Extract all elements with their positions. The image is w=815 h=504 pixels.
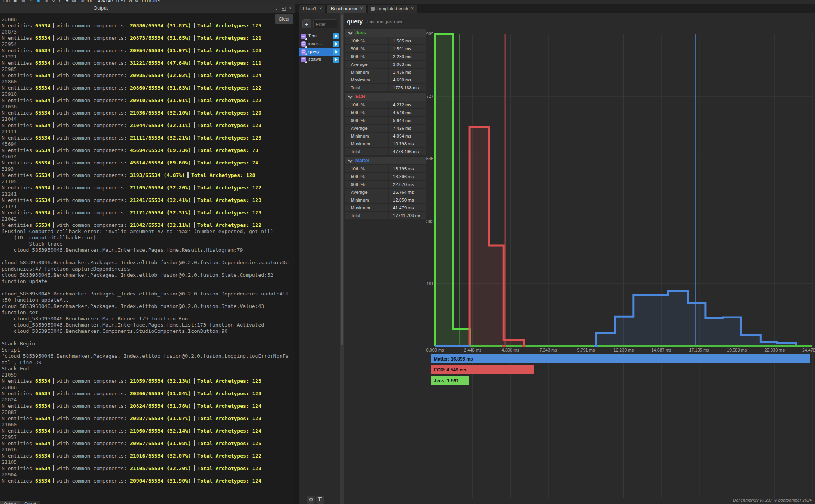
insert-icon[interactable]: ▤ (21, 0, 25, 3)
menu-model[interactable]: MODEL (81, 0, 96, 3)
separator-bar (194, 97, 195, 103)
menu-home[interactable]: HOME (66, 0, 78, 3)
last-run-label: Last run: just now (367, 19, 402, 24)
section-header-ecr[interactable]: ECR (345, 93, 426, 101)
stat-row: Total1726.163 ms (345, 84, 426, 91)
console-value: Total Archetypes: 123 (197, 391, 261, 396)
stat-label: Total (345, 148, 388, 155)
close-icon[interactable]: × (289, 5, 292, 11)
console-value: 65534 (35, 440, 50, 446)
console-value: 3193/65534 (4.87%) (130, 172, 185, 178)
console-line: 20910 (2, 91, 291, 97)
console-value: 65534 (35, 185, 50, 191)
separator-bar (53, 23, 54, 28)
script-icon (301, 57, 306, 62)
sidebar-scrollbar[interactable] (340, 13, 344, 504)
console-value: Total Archetypes: 123 (197, 416, 261, 421)
chevron-down-icon[interactable]: ⌄ (274, 5, 278, 11)
console-line: 21241 (2, 191, 291, 197)
console-line: N entities 65534with common components: … (2, 172, 291, 179)
tab-template-bench[interactable]: Template.bench× (368, 5, 417, 13)
dropdown-icon[interactable]: ▾ (59, 0, 60, 3)
close-icon[interactable]: × (360, 6, 363, 11)
sidebar-item-spawn[interactable]: spawn (299, 56, 340, 64)
console-value: 65534 (35, 378, 50, 384)
console-value: 20860/65534 (31.83%) (130, 85, 191, 91)
run-benchmark-button[interactable] (333, 41, 339, 47)
reset-icon[interactable]: ↻ (52, 0, 55, 3)
sidebar-item-query[interactable]: query (299, 48, 340, 56)
console-value: 21111/65534 (32.21%) (130, 135, 191, 141)
menu-avatar[interactable]: AVATAR (98, 0, 113, 3)
undo-icon[interactable]: ↶ (30, 0, 33, 3)
console-line: 20887 (2, 409, 291, 416)
console-value: 65534 (35, 60, 50, 66)
console-text: N entities (2, 222, 35, 228)
separator-bar (53, 378, 54, 384)
x-axis-label: 12.239 ms (614, 348, 634, 352)
separator-bar (194, 403, 195, 409)
console-line: 45694 (2, 141, 291, 147)
dock-icon[interactable]: ◱ (282, 5, 286, 11)
y-axis-label: 545 (426, 156, 433, 161)
console-log[interactable]: 20886N entities 65534with common compone… (0, 13, 295, 484)
console-value: 21036/65534 (32.10%) (130, 110, 191, 116)
stat-label: Minimum (345, 69, 388, 76)
sidebar-scrollbar-thumb[interactable] (341, 15, 343, 345)
console-text: with common components: (57, 378, 130, 384)
run-benchmark-button[interactable] (333, 33, 339, 39)
tab-place1[interactable]: Place1× (299, 5, 325, 13)
chevron-down-icon (348, 158, 352, 162)
console-line: 20904 (2, 472, 291, 478)
bottom-tab-output-1[interactable]: Output (20, 501, 40, 504)
menu-file[interactable]: FILE (3, 0, 12, 3)
bottom-dock-tabs: OutputOutput (0, 500, 41, 504)
section-header-matter[interactable]: Matter (345, 157, 426, 164)
y-axis-label: 181 (426, 281, 433, 286)
document-icon[interactable]: ▣ (13, 0, 17, 3)
console-line: 20866 (2, 384, 291, 391)
console-text: N entities (2, 48, 35, 53)
console-text: with common components: (57, 147, 130, 153)
console-line: N entities 65534with common components: … (2, 23, 291, 29)
console-line: 21111 (2, 129, 291, 135)
console-text: N entities (2, 160, 35, 166)
run-benchmark-button[interactable] (333, 57, 339, 63)
console-value: 65534 (35, 135, 50, 141)
console-value: 65534 (35, 147, 50, 153)
stop-icon[interactable]: ■ (45, 0, 48, 3)
console-line: 20985 (2, 66, 291, 73)
menu-plugins[interactable]: PLUGINS (142, 0, 160, 3)
menu-test[interactable]: TEST (115, 0, 126, 3)
play-icon[interactable]: ▶ (37, 0, 41, 3)
bottom-tab-output-0[interactable]: Output (0, 501, 20, 504)
book-icon (318, 497, 322, 502)
console-value: 65534 (35, 48, 50, 53)
console-error-line: cloud_5853950046.Benchmarker.Packages._I… (2, 272, 291, 285)
tab-benchmarker[interactable]: Benchmarker× (327, 5, 366, 13)
separator-bar (194, 378, 195, 384)
run-benchmark-button[interactable] (333, 49, 339, 55)
stat-value: 2.230 ms (389, 53, 426, 60)
console-text: N entities (2, 135, 35, 141)
docs-button[interactable] (316, 496, 324, 504)
console-text: with common components: (57, 60, 130, 66)
sidebar-item-inser[interactable]: inser… (299, 40, 340, 48)
stat-value: 5.644 ms (389, 117, 426, 124)
filter-input[interactable] (313, 19, 337, 28)
console-text: N entities (2, 73, 35, 78)
section-header-jecs[interactable]: Jecs (345, 29, 426, 37)
sidebar-item-Tem[interactable]: Tem… (299, 32, 340, 40)
console-error-line: ---- Stack trace ---- (2, 241, 291, 247)
stats-sections: Jecs10th %1.505 ms50th %1.591 ms90th %2.… (345, 29, 426, 219)
close-icon[interactable]: × (319, 6, 322, 11)
settings-button[interactable]: ⚙ (307, 496, 315, 504)
add-benchmark-button[interactable]: + (302, 19, 311, 28)
console-line: 21105 (2, 179, 291, 185)
stat-value: 4.272 ms (389, 101, 426, 108)
console-value: 65534 (35, 197, 50, 203)
menu-view[interactable]: VIEW (128, 0, 139, 3)
menu-bar: FILEHOMEMODELAVATARTESTVIEWPLUGINS▣▤↶▶■↻… (0, 0, 815, 4)
close-icon[interactable]: × (411, 6, 414, 11)
stat-row: Total17741.709 ms (345, 212, 426, 219)
